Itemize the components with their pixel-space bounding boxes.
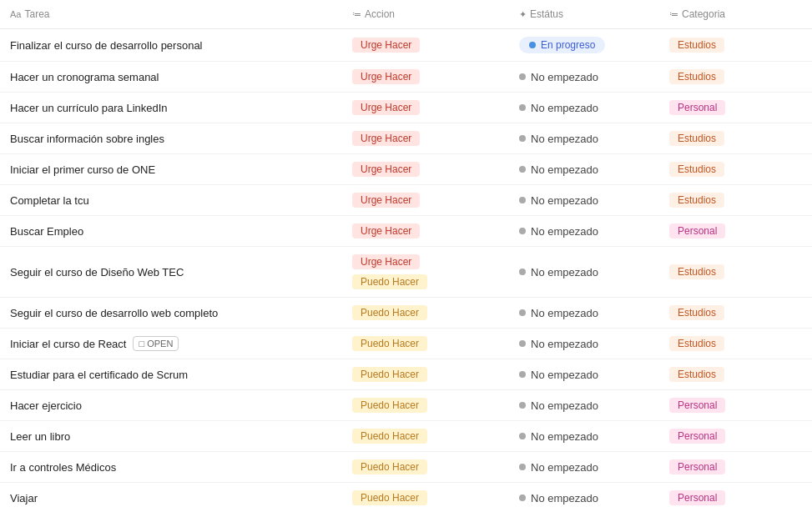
actions-cell: Puedo Hacer [352,459,499,474]
col-header-status: ✦Estátus [509,0,659,29]
status-cell: No empezado [519,461,649,474]
actions-cell: Urge Hacer [352,223,499,238]
status-dot-blue [529,42,536,48]
status-dot-gray [519,135,526,142]
tasks-table: AaTarea ≔Accion ✦Estátus ≔Categoria Fina… [0,0,812,512]
status-dot-gray [519,73,526,80]
table-row: Seguir el curso de desarrollo web comple… [0,298,812,329]
puedo-hacer-tag[interactable]: Puedo Hacer [352,336,427,351]
status-cell: No empezado [519,307,649,319]
status-cell: No empezado [519,399,649,412]
status-dot-gray [519,269,526,275]
col-header-tarea: AaTarea [0,0,342,29]
task-name: Leer un libro [10,430,332,443]
task-name: Ir a controles Médicos [10,461,332,474]
status-cell: No empezado [519,163,649,176]
puedo-hacer-tag[interactable]: Puedo Hacer [352,490,427,505]
table-row: Ir a controles MédicosPuedo HacerNo empe… [0,452,812,483]
table-row: Buscar EmpleoUrge HacerNo empezadoPerson… [0,216,812,247]
status-dot-gray [519,464,526,470]
urge-hacer-tag[interactable]: Urge Hacer [352,254,420,269]
task-name: Seguir el curso de Diseño Web TEC [10,266,332,279]
table-row: Iniciar el primer curso de ONEUrge Hacer… [0,154,812,185]
table-row: ViajarPuedo HacerNo empezadoPersonal [0,483,812,513]
urge-hacer-tag[interactable]: Urge Hacer [352,162,420,177]
puedo-hacer-tag[interactable]: Puedo Hacer [352,429,427,444]
urge-hacer-tag[interactable]: Urge Hacer [352,131,420,146]
categoria-tag[interactable]: Estudios [669,162,724,177]
task-name: Hacer un currículo para LinkedIn [10,102,332,114]
urge-hacer-tag[interactable]: Urge Hacer [352,100,420,115]
table-row: Hacer un currículo para LinkedInUrge Hac… [0,93,812,123]
status-cell: No empezado [519,102,649,114]
categoria-tag[interactable]: Personal [669,459,725,474]
status-cell: No empezado [519,338,649,350]
status-dot-gray [519,371,526,378]
puedo-hacer-tag[interactable]: Puedo Hacer [352,274,427,289]
status-cell: En progreso [519,37,605,53]
task-name: Buscar información sobre ingles [10,133,332,145]
open-badge[interactable]: □ OPEN [133,336,179,351]
categoria-tag[interactable]: Estudios [669,264,724,279]
status-cell: No empezado [519,194,649,207]
status-cell: No empezado [519,492,649,504]
status-dot-gray [519,494,526,501]
categoria-tag[interactable]: Estudios [669,38,724,53]
categoria-tag[interactable]: Estudios [669,305,724,320]
task-name: Hacer un cronograma semanal [10,71,332,83]
task-name: Iniciar el curso de React□ OPEN [10,336,332,351]
puedo-hacer-tag[interactable]: Puedo Hacer [352,305,427,320]
categoria-tag[interactable]: Estudios [669,193,724,208]
task-name: Completar la tcu [10,194,332,207]
puedo-hacer-tag[interactable]: Puedo Hacer [352,459,427,474]
task-name: Seguir el curso de desarrollo web comple… [10,307,332,319]
table-row: Estudiar para el certificado de ScrumPue… [0,359,812,390]
categoria-tag[interactable]: Personal [669,398,725,413]
categoria-tag[interactable]: Estudios [669,336,724,351]
actions-cell: Puedo Hacer [352,398,499,413]
urge-hacer-tag[interactable]: Urge Hacer [352,69,420,84]
categoria-tag[interactable]: Personal [669,223,725,238]
actions-cell: Puedo Hacer [352,336,499,351]
categoria-tag[interactable]: Personal [669,490,725,505]
status-dot-gray [519,433,526,439]
urge-hacer-tag[interactable]: Urge Hacer [352,38,420,53]
actions-cell: Urge Hacer [352,193,499,208]
actions-cell: Urge Hacer [352,100,499,115]
table-row: Iniciar el curso de React□ OPENPuedo Hac… [0,329,812,359]
actions-cell: Puedo Hacer [352,490,499,505]
table-row: Completar la tcuUrge HacerNo empezadoEst… [0,185,812,216]
categoria-tag[interactable]: Estudios [669,131,724,146]
puedo-hacer-tag[interactable]: Puedo Hacer [352,398,427,413]
status-cell: No empezado [519,71,649,83]
actions-cell: Puedo Hacer [352,367,499,382]
status-dot-gray [519,309,526,316]
table-row: Leer un libroPuedo HacerNo empezadoPerso… [0,421,812,452]
task-name: Finalizar el curso de desarrollo persona… [10,39,332,52]
actions-cell: Urge Hacer [352,131,499,146]
main-table-container: AaTarea ≔Accion ✦Estátus ≔Categoria Fina… [0,0,812,512]
status-dot-gray [519,340,526,347]
status-cell: No empezado [519,266,649,279]
col-header-categoria: ≔Categoria [659,0,812,29]
categoria-tag[interactable]: Estudios [669,367,724,382]
status-cell: No empezado [519,133,649,145]
actions-cell: Urge Hacer [352,69,499,84]
task-name: Viajar [10,492,332,504]
col-header-accion: ≔Accion [342,0,509,29]
table-row: Seguir el curso de Diseño Web TECUrge Ha… [0,247,812,298]
status-dot-gray [519,402,526,409]
categoria-tag[interactable]: Estudios [669,69,724,84]
puedo-hacer-tag[interactable]: Puedo Hacer [352,367,427,382]
table-row: Hacer un cronograma semanalUrge HacerNo … [0,62,812,93]
categoria-tag[interactable]: Personal [669,100,725,115]
urge-hacer-tag[interactable]: Urge Hacer [352,193,420,208]
urge-hacer-tag[interactable]: Urge Hacer [352,223,420,238]
actions-cell: Puedo Hacer [352,305,499,320]
status-dot-gray [519,166,526,173]
status-cell: No empezado [519,225,649,238]
categoria-tag[interactable]: Personal [669,429,725,444]
table-row: Buscar información sobre inglesUrge Hace… [0,123,812,154]
status-dot-gray [519,197,526,203]
actions-cell: Urge HacerPuedo Hacer [352,254,499,289]
